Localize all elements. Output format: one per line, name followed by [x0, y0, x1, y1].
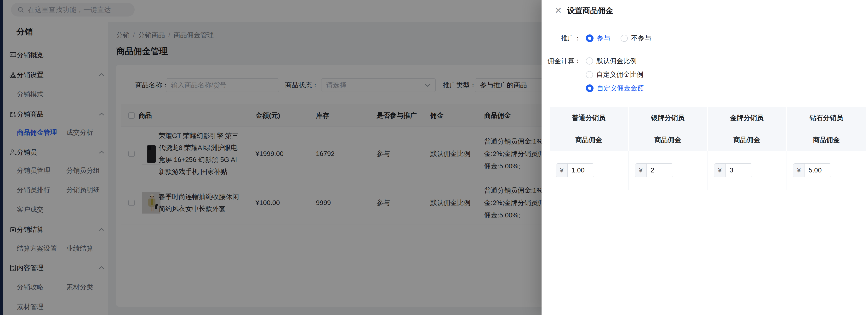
- radio-custom-amount[interactable]: 自定义佣金金额: [586, 81, 644, 95]
- yuan-prefix: ¥: [793, 164, 805, 177]
- app-window: 在这里查找功能，一键直达 分销 分销概览 分销设置 分销模式 分 分销商品 商品…: [0, 0, 868, 315]
- commission-amount-input-normal[interactable]: [568, 164, 594, 177]
- set-commission-drawer: ✕ 设置商品佣金 推广： 参与 不参与 佣金计算： 默认佣金比例 自定义佣金比例…: [541, 0, 868, 315]
- radio-label: 自定义佣金比例: [596, 70, 643, 79]
- commission-row-label: 商品佣金: [708, 129, 787, 151]
- radio-label: 不参与: [631, 34, 651, 43]
- tier-name: 普通分销员: [550, 107, 629, 129]
- tier-name: 银牌分销员: [629, 107, 708, 129]
- commission-amount-input-gold[interactable]: [726, 164, 752, 177]
- drawer-title: 设置商品佣金: [567, 0, 613, 21]
- yuan-prefix: ¥: [556, 164, 568, 177]
- radio-checked-icon[interactable]: [586, 34, 593, 42]
- radio-label: 参与: [597, 34, 610, 43]
- tier-subheader-row: 商品佣金 商品佣金 商品佣金 商品佣金: [550, 129, 866, 151]
- commission-row-label: 商品佣金: [629, 129, 708, 151]
- radio-unchecked-icon[interactable]: [586, 71, 593, 78]
- yuan-prefix: ¥: [714, 164, 726, 177]
- radio-label: 默认佣金比例: [596, 57, 637, 66]
- radio-not-participate[interactable]: 不参与: [621, 32, 651, 45]
- commission-row-label: 商品佣金: [787, 129, 866, 151]
- tier-name: 金牌分销员: [708, 107, 787, 129]
- radio-label: 自定义佣金金额: [597, 84, 644, 93]
- calculation-label: 佣金计算：: [541, 54, 581, 68]
- commission-amount-group: ¥: [793, 163, 831, 177]
- radio-unchecked-icon[interactable]: [621, 35, 628, 42]
- radio-custom-ratio[interactable]: 自定义佣金比例: [586, 68, 643, 81]
- commission-amount-input-diamond[interactable]: [805, 164, 831, 177]
- commission-amount-group: ¥: [635, 163, 673, 177]
- commission-amount-group: ¥: [714, 163, 752, 177]
- drawer-header: ✕ 设置商品佣金: [541, 0, 868, 21]
- radio-participate[interactable]: 参与: [586, 32, 610, 45]
- commission-amount-group: ¥: [556, 163, 594, 177]
- tier-input-row: ¥ ¥ ¥: [550, 151, 866, 190]
- radio-checked-icon[interactable]: [586, 84, 593, 92]
- tier-name: 钻石分销员: [787, 107, 866, 129]
- radio-unchecked-icon[interactable]: [586, 58, 593, 65]
- close-icon[interactable]: ✕: [553, 5, 564, 16]
- commission-tier-table: 普通分销员 银牌分销员 金牌分销员 钻石分销员 商品佣金 商品佣金 商品佣金 商…: [550, 107, 866, 190]
- modal-mask[interactable]: [0, 0, 541, 315]
- commission-amount-input-silver[interactable]: [647, 164, 673, 177]
- promotion-label: 推广：: [541, 32, 581, 45]
- yuan-prefix: ¥: [635, 164, 647, 177]
- commission-row-label: 商品佣金: [550, 129, 629, 151]
- radio-default-ratio[interactable]: 默认佣金比例: [586, 54, 637, 68]
- tier-name-row: 普通分销员 银牌分销员 金牌分销员 钻石分销员: [550, 107, 866, 129]
